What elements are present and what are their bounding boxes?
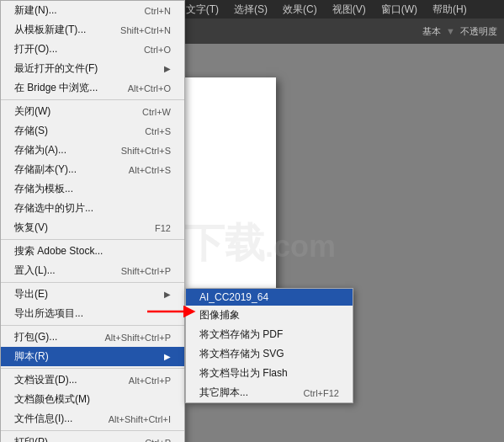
scripts-submenu: AI_CC2019_64 图像捕象 将文档存储为 PDF 将文档存储为 SVG …: [185, 288, 353, 403]
submenu-item-ai-cc2019[interactable]: AI_CC2019_64: [186, 289, 353, 306]
menu-select[interactable]: 选择(S): [227, 1, 274, 19]
save-copy-shortcut: Alt+Ctrl+S: [129, 165, 171, 175]
file-info-label: 文件信息(I)...: [14, 412, 72, 426]
menu-item-print[interactable]: 打印(P)... Ctrl+P: [1, 433, 184, 442]
stock-label: 搜索 Adobe Stock...: [14, 244, 103, 258]
submenu-item-other-scripts[interactable]: 其它脚本... Ctrl+F12: [186, 383, 353, 402]
doc-settings-label: 文档设置(D)...: [14, 373, 77, 387]
recent-label: 最近打开的文件(F): [14, 61, 98, 76]
file-info-shortcut: Alt+Shift+Ctrl+I: [109, 414, 171, 424]
image-capture-label: 图像捕象: [199, 308, 240, 322]
menu-item-new-from-template[interactable]: 从模板新建(T)... Shift+Ctrl+N: [1, 20, 184, 40]
separator-2: [1, 239, 184, 240]
save-as-shortcut: Shift+Ctrl+S: [121, 146, 171, 156]
save-pdf-label: 将文档存储为 PDF: [199, 328, 283, 342]
package-label: 打包(G)...: [14, 330, 57, 344]
print-shortcut: Ctrl+P: [145, 438, 171, 443]
menu-item-revert[interactable]: 恢复(V) F12: [1, 218, 184, 237]
close-shortcut: Ctrl+W: [142, 107, 171, 117]
menu-item-close[interactable]: 关闭(W) Ctrl+W: [1, 102, 184, 121]
menu-item-new[interactable]: 新建(N)... Ctrl+N: [1, 1, 184, 20]
other-scripts-label: 其它脚本...: [199, 386, 248, 400]
scripts-arrow: ▶: [164, 352, 171, 361]
menu-item-save-copy[interactable]: 存储副本(Y)... Alt+Ctrl+S: [1, 160, 184, 179]
ai-cc2019-label: AI_CC2019_64: [199, 291, 268, 303]
print-label: 打印(P)...: [14, 435, 56, 442]
submenu-item-export-flash[interactable]: 将文档导出为 Flash: [186, 364, 353, 383]
submenu-item-save-svg[interactable]: 将文档存储为 SVG: [186, 344, 353, 364]
red-arrow: [147, 299, 198, 324]
menu-item-place[interactable]: 置入(L)... Shift+Ctrl+P: [1, 261, 184, 280]
new-label: 新建(N)...: [14, 3, 57, 18]
place-label: 置入(L)...: [14, 264, 56, 278]
recent-arrow: ▶: [164, 64, 171, 73]
separator-1: [1, 99, 184, 100]
menu-text[interactable]: 文字(T): [179, 1, 225, 19]
revert-label: 恢复(V): [14, 221, 48, 235]
file-menu-dropdown: 新建(N)... Ctrl+N 从模板新建(T)... Shift+Ctrl+N…: [0, 0, 185, 442]
separator-5: [1, 368, 184, 369]
export-arrow: ▶: [164, 290, 171, 299]
separator-3: [1, 282, 184, 283]
menu-item-doc-settings[interactable]: 文档设置(D)... Alt+Ctrl+P: [1, 370, 184, 390]
bridge-shortcut: Alt+Ctrl+O: [128, 83, 171, 93]
menu-item-color-mode[interactable]: 文档颜色模式(M): [1, 390, 184, 409]
basic-label: 基本: [422, 25, 441, 38]
dropdown-arrow-icon[interactable]: ▼: [446, 26, 455, 36]
package-shortcut: Alt+Shift+Ctrl+P: [104, 333, 171, 343]
scripts-label: 脚本(R): [14, 349, 49, 364]
menu-item-stock[interactable]: 搜索 Adobe Stock...: [1, 242, 184, 261]
doc-settings-shortcut: Alt+Ctrl+P: [129, 375, 171, 386]
menu-item-bridge[interactable]: 在 Bridge 中浏览... Alt+Ctrl+O: [1, 78, 184, 98]
save-template-label: 存储为模板...: [14, 182, 73, 196]
save-copy-label: 存储副本(Y)...: [14, 162, 77, 177]
open-label: 打开(O)...: [14, 42, 57, 56]
export-selected-label: 导出所选项目...: [14, 306, 83, 321]
place-shortcut: Shift+Ctrl+P: [121, 266, 171, 276]
new-template-shortcut: Shift+Ctrl+N: [120, 25, 171, 35]
save-slices-label: 存储选中的切片...: [14, 201, 93, 216]
menu-item-open[interactable]: 打开(O)... Ctrl+O: [1, 40, 184, 59]
save-svg-label: 将文档存储为 SVG: [199, 347, 284, 361]
color-mode-label: 文档颜色模式(M): [14, 392, 90, 407]
separator-4: [1, 325, 184, 326]
open-shortcut: Ctrl+O: [144, 45, 171, 55]
menu-item-file-info[interactable]: 文件信息(I)... Alt+Shift+Ctrl+I: [1, 409, 184, 429]
menu-item-recent[interactable]: 最近打开的文件(F) ▶: [1, 59, 184, 78]
menu-item-package[interactable]: 打包(G)... Alt+Shift+Ctrl+P: [1, 328, 184, 347]
menu-window[interactable]: 窗口(W): [374, 1, 424, 19]
submenu-item-image-capture[interactable]: 图像捕象: [186, 306, 353, 325]
menu-item-save-as[interactable]: 存储为(A)... Shift+Ctrl+S: [1, 141, 184, 160]
menu-effect[interactable]: 效果(C): [276, 1, 324, 19]
save-as-label: 存储为(A)...: [14, 143, 66, 157]
opacity-label: 不透明度: [460, 25, 497, 38]
new-shortcut: Ctrl+N: [145, 6, 171, 16]
menu-item-save-template[interactable]: 存储为模板...: [1, 179, 184, 199]
menu-view[interactable]: 视图(V): [326, 1, 373, 19]
save-shortcut: Ctrl+S: [145, 126, 171, 136]
submenu-item-save-pdf[interactable]: 将文档存储为 PDF: [186, 325, 353, 344]
menu-help[interactable]: 帮助(H): [426, 1, 474, 19]
revert-shortcut: F12: [155, 223, 171, 233]
new-template-label: 从模板新建(T)...: [14, 23, 86, 37]
separator-6: [1, 430, 184, 431]
export-flash-label: 将文档导出为 Flash: [199, 366, 288, 381]
other-scripts-shortcut: Ctrl+F12: [304, 388, 340, 398]
menu-item-save[interactable]: 存储(S) Ctrl+S: [1, 121, 184, 141]
bridge-label: 在 Bridge 中浏览...: [14, 81, 98, 95]
menu-item-scripts[interactable]: 脚本(R) ▶: [1, 347, 184, 366]
menu-item-save-slices[interactable]: 存储选中的切片...: [1, 199, 184, 218]
save-label: 存储(S): [14, 124, 48, 138]
export-label: 导出(E): [14, 287, 48, 301]
close-label: 关闭(W): [14, 104, 50, 119]
